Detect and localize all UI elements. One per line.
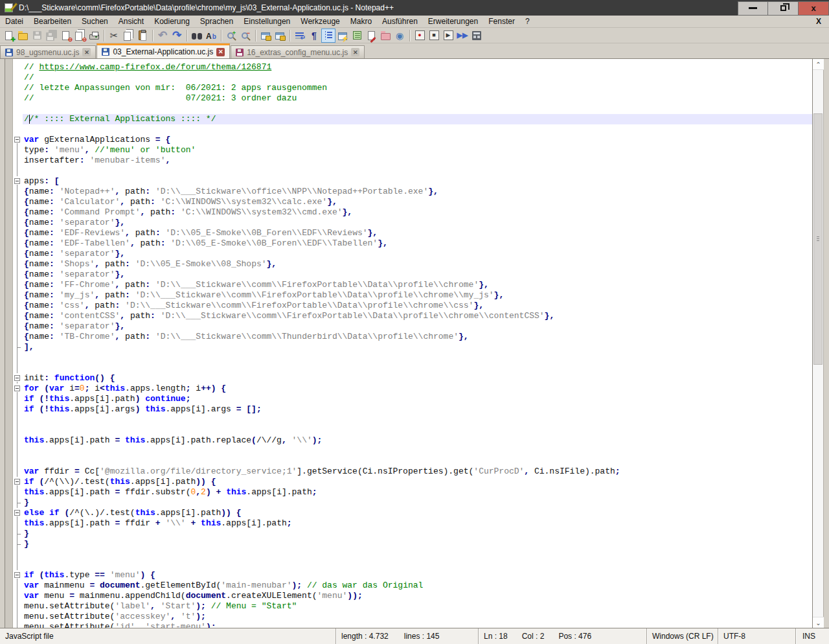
menu-item-ansicht[interactable]: Ansicht [113,16,149,27]
indent-guide-icon[interactable] [321,29,335,43]
redo-icon[interactable]: ↷ [170,29,184,43]
fold-collapse-icon[interactable] [13,570,23,581]
fold-collapse-icon[interactable] [13,135,23,145]
menu-item-kodierung[interactable]: Kodierung [149,16,195,27]
folder-as-workspace-icon[interactable] [378,29,392,43]
close-button[interactable]: x [799,1,829,16]
code-line[interactable]: menu.setAttribute('id', 'start-menu'); [13,622,812,628]
code-line[interactable]: this.apps[i].path = this.apps[i].path.re… [13,435,812,446]
code-line[interactable]: {name: 'separator'}, [13,270,812,280]
code-line[interactable] [13,352,812,363]
menu-item-werkzeuge[interactable]: Werkzeuge [295,16,345,27]
code-line[interactable]: init: function() { [13,373,812,384]
code-line[interactable] [13,415,812,425]
code-line[interactable]: if (this.type == 'menu') { [13,570,812,581]
code-line[interactable]: {name: 'EDF-Tabellen', path: 'D:\\05_E-S… [13,238,812,249]
code-line[interactable]: {name: 'Calculator', path: 'C:\\WINDOWS\… [13,197,812,207]
code-line[interactable]: {name: 'Notepad++', path: 'D:\\___Stickw… [13,187,812,197]
code-line[interactable]: if (!this.apps[i].args) this.apps[i].arg… [13,404,812,415]
status-eol-format[interactable]: Windows (CR LF) [646,628,718,644]
copy-icon[interactable] [121,29,135,43]
code-line[interactable] [13,456,812,466]
find-icon[interactable] [190,29,204,43]
fold-collapse-icon[interactable] [13,176,23,187]
function-list-icon[interactable] [335,29,350,43]
code-line[interactable]: // https://www.camp-firefox.de/forum/the… [13,62,812,73]
code-line[interactable]: {name: 'separator'}, [13,249,812,259]
code-line[interactable] [13,104,812,114]
scroll-up-arrow[interactable]: ⌃ [813,59,824,70]
code-line[interactable]: // 07/2021: 3 ordner dazu [13,93,812,104]
minimize-button[interactable] [738,1,768,16]
menu-item-datei[interactable]: Datei [0,16,28,27]
show-all-characters-icon[interactable]: ¶ [307,29,321,43]
code-line[interactable]: this.apps[i].path = ffdir.substr(0,2) + … [13,487,812,498]
code-line[interactable]: {name: 'separator'}, [13,321,812,332]
word-wrap-icon[interactable] [293,29,307,43]
code-line[interactable]: } [13,539,812,549]
status-insert-mode[interactable]: INS [795,628,829,644]
paste-icon[interactable] [135,29,150,43]
menubar-close-document-button[interactable]: X [808,17,829,26]
code-line[interactable] [13,363,812,373]
scrollbar-thumb[interactable] [813,113,823,365]
sync-vertical-scrolling-icon[interactable] [258,29,273,43]
stop-macro-icon[interactable]: ■ [427,29,441,43]
zoom-out-icon[interactable]: − [238,29,253,43]
tab-close-icon[interactable]: ✕ [351,48,359,56]
tab-close-icon[interactable]: ✕ [82,48,91,56]
tab-16_extras_config_menu.uc.js[interactable]: 16_extras_config_menu.uc.js✕ [231,45,365,58]
code-line[interactable]: ], [13,342,812,352]
save-recorded-macro-icon[interactable] [470,29,484,43]
fold-collapse-icon[interactable] [13,477,23,487]
code-line[interactable]: {name: 'EDF-Reviews', path: 'D:\\05_E-Sm… [13,228,812,238]
print-icon[interactable] [87,29,101,43]
menu-item-ausfhren[interactable]: Ausführen [377,16,423,27]
code-line[interactable]: var ffdir = Cc['@mozilla.org/file/direct… [13,466,812,477]
code-line[interactable]: type: 'menu', //'menu' or 'button' [13,145,812,155]
vertical-scrollbar[interactable]: ⌃ ⌄ [812,59,823,628]
menu-item-?[interactable]: ? [520,16,535,27]
menu-item-suchen[interactable]: Suchen [76,16,113,27]
record-macro-icon[interactable]: ● [413,29,427,43]
text-editor[interactable]: // https://www.camp-firefox.de/forum/the… [5,59,812,628]
code-line[interactable]: insertafter: 'menubar-items', [13,155,812,166]
menu-item-fenster[interactable]: Fenster [483,16,520,27]
menu-item-einstellungen[interactable]: Einstellungen [238,16,295,27]
code-line[interactable]: {name: 'Shops', path: 'D:\\05_E-Smoke\\0… [13,259,812,270]
code-line[interactable]: {name: 'separator'}, [13,218,812,228]
document-switcher-icon[interactable] [364,29,378,43]
code-line[interactable]: var menu = mainmenu.appendChild(document… [13,591,812,601]
tab-close-icon[interactable]: ✕ [216,48,225,56]
menu-item-makro[interactable]: Makro [345,16,377,27]
code-line[interactable]: //* :::: External Applications :::: */ [13,114,812,124]
document-map-icon[interactable] [350,29,364,43]
code-line[interactable]: menu.setAttribute('accesskey', 't'); [13,612,812,622]
code-line[interactable]: } [13,529,812,539]
code-line[interactable] [13,166,812,176]
code-line[interactable] [13,425,812,435]
close-all-icon[interactable]: ⊖ [73,29,87,43]
save-file-icon[interactable] [30,29,44,43]
new-file-icon[interactable]: ✚ [1,29,16,43]
tab-03_External-Application.uc.js[interactable]: 03_External-Application.uc.js✕ [97,43,230,58]
run-macro-multiple-times-icon[interactable]: ▶▶ [455,29,470,43]
code-line[interactable]: {name: 'contentCSS', path: 'D:\\___Stick… [13,311,812,321]
code-line[interactable]: if (/^(\\)/.test(this.apps[i].path)) { [13,477,812,487]
code-line[interactable]: for (var i=0; i<this.apps.length; i++) { [13,384,812,394]
fold-collapse-icon[interactable] [13,508,23,518]
status-encoding[interactable]: UTF-8 [718,628,795,644]
fold-collapse-icon[interactable] [13,384,23,394]
restore-button[interactable] [768,1,799,16]
code-line[interactable]: apps: [ [13,176,812,187]
replace-icon[interactable]: Ab [204,29,218,43]
code-line[interactable]: // [13,73,812,83]
code-line[interactable]: // letzte Anpassungen von mir: 06/2021: … [13,83,812,93]
undo-icon[interactable]: ↶ [155,29,170,43]
menu-item-erweiterungen[interactable]: Erweiterungen [423,16,483,27]
open-file-icon[interactable] [16,29,30,43]
code-area[interactable]: // https://www.camp-firefox.de/forum/the… [13,59,812,628]
scroll-down-arrow[interactable]: ⌄ [813,617,824,628]
code-line[interactable]: {name: 'TB-Chrome', path: 'D:\\___Stickw… [13,332,812,342]
zoom-in-icon[interactable]: + [224,29,238,43]
